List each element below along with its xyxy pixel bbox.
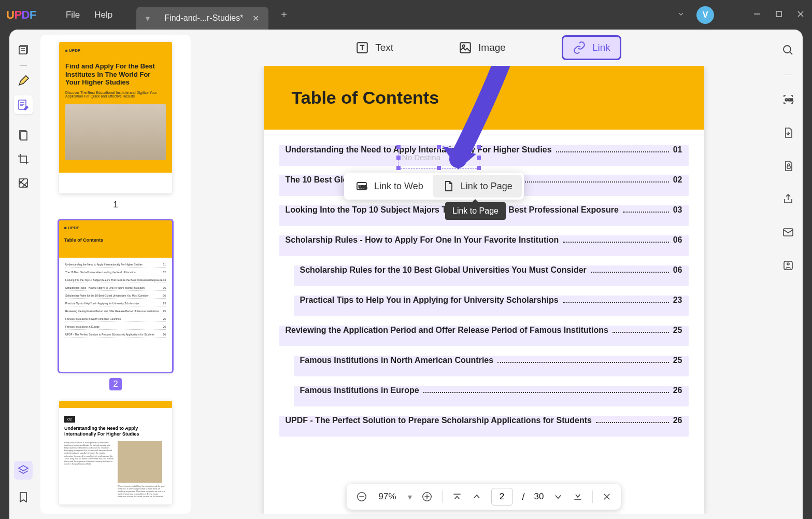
link-to-page-option[interactable]: Link to Page <box>433 175 522 198</box>
thumbnail-panel: ■ UPDF Find and Apply For the Best Insti… <box>40 35 191 514</box>
menu-file[interactable]: File <box>59 8 87 22</box>
document-viewport[interactable]: Table of Contents Understanding the Need… <box>194 66 774 514</box>
toc-item-page: 25 <box>673 356 682 365</box>
crop-tool-icon[interactable] <box>14 150 33 169</box>
toc-row[interactable]: UPDF - The Perfect Solution to Prepare S… <box>279 416 689 437</box>
toc-row[interactable]: Famous Institutions in North American Co… <box>294 356 689 376</box>
svg-rect-1 <box>776 11 781 17</box>
toc-item-page: 03 <box>673 205 682 215</box>
zoom-navigation-bar: 97% ▾ / 30 <box>347 484 621 510</box>
svg-marker-16 <box>19 466 28 471</box>
share-icon[interactable] <box>779 190 797 208</box>
search-icon[interactable] <box>779 41 797 60</box>
document-tab[interactable]: ▾ Find-and-...r-Studies* ✕ <box>136 7 268 30</box>
tab-close-icon[interactable]: ✕ <box>252 13 259 23</box>
first-page-button[interactable] <box>452 492 462 502</box>
toc-item-page: 25 <box>673 326 682 335</box>
convert-icon[interactable] <box>779 123 797 142</box>
email-icon[interactable] <box>779 223 797 242</box>
svg-rect-11 <box>21 132 27 140</box>
redact-tool-icon[interactable] <box>14 174 33 192</box>
minimize-button[interactable] <box>752 10 762 20</box>
zoom-out-button[interactable] <box>356 491 367 502</box>
thumbnail-image <box>118 441 162 483</box>
edit-image-button[interactable]: Image <box>449 37 515 59</box>
close-window-button[interactable] <box>795 10 806 20</box>
toc-item-title: Practical Tips to Help You in Applying f… <box>300 296 559 305</box>
page-number-input[interactable] <box>491 488 513 506</box>
divider <box>733 9 733 21</box>
link-to-web-option[interactable]: URL Link to Web <box>346 175 433 198</box>
link-type-popup: URL Link to Web Link to Page <box>344 173 524 200</box>
chevron-down-icon[interactable] <box>677 10 685 20</box>
svg-point-19 <box>463 45 465 47</box>
ocr-icon[interactable]: OCR <box>779 90 797 109</box>
prev-page-button[interactable] <box>472 492 482 502</box>
organize-tool-icon[interactable] <box>14 126 33 145</box>
toc-item-title: Scholarship Rules for the 10 Best Global… <box>300 265 587 275</box>
zoom-level: 97% <box>379 492 396 502</box>
thumbnail-page-2[interactable]: ■ UPDF Table of Contents Understanding t… <box>59 220 172 372</box>
thumbnail-number: 2 <box>109 378 122 390</box>
toc-row[interactable]: Scholarship Rules - How to Apply For One… <box>279 235 689 256</box>
export-icon[interactable] <box>779 256 797 275</box>
thumbnail-number: 1 <box>48 200 183 210</box>
svg-rect-35 <box>787 166 790 169</box>
reader-tool-icon[interactable] <box>14 41 33 60</box>
zoom-in-button[interactable] <box>421 491 433 502</box>
svg-rect-36 <box>783 229 793 236</box>
toc-item-title: Scholarship Rules - How to Apply For One… <box>286 235 559 245</box>
left-toolbar <box>9 30 37 519</box>
svg-text:OCR: OCR <box>785 98 793 102</box>
tooltip: Link to Page <box>445 202 506 220</box>
toc-item-page: 23 <box>673 296 682 305</box>
tab-dropdown-icon[interactable]: ▾ <box>146 13 150 23</box>
svg-point-32 <box>783 46 791 53</box>
app-logo: UPDF <box>6 8 36 22</box>
right-toolbar: OCR <box>774 30 803 519</box>
user-avatar[interactable]: V <box>696 6 714 24</box>
toc-row[interactable]: Practical Tips to Help You in Applying f… <box>294 296 689 316</box>
protect-icon[interactable] <box>779 157 797 175</box>
no-destination-label: No Destina <box>389 153 440 162</box>
last-page-button[interactable] <box>573 492 583 502</box>
svg-line-33 <box>790 52 792 54</box>
toc-item-page: 26 <box>673 386 682 395</box>
close-zoom-bar-button[interactable] <box>602 492 611 501</box>
page-title: Table of Contents <box>292 88 676 108</box>
bookmark-icon[interactable] <box>14 488 33 507</box>
zoom-dropdown-icon[interactable]: ▾ <box>408 492 412 502</box>
toc-item-title: Reviewing the Application Period and Off… <box>286 326 609 335</box>
svg-text:URL: URL <box>359 185 367 189</box>
thumbnail-image <box>65 104 166 160</box>
edit-tool-icon[interactable] <box>14 95 33 114</box>
toc-row[interactable]: Understanding the Need to Apply Internat… <box>279 145 689 166</box>
toc-row[interactable]: Scholarship Rules for the 10 Best Global… <box>294 265 689 286</box>
page-total: 30 <box>534 492 544 502</box>
toc-item-page: 01 <box>673 145 682 155</box>
edit-toolbar: Text Image Link <box>194 35 774 61</box>
next-page-button[interactable] <box>553 492 563 502</box>
toc-item-page: 06 <box>673 265 682 275</box>
toc-item-title: Famous Institutions in North American Co… <box>300 356 494 365</box>
edit-link-button[interactable]: Link <box>562 35 621 60</box>
toc-item-title: UPDF - The Perfect Solution to Prepare S… <box>286 416 592 425</box>
toc-item-page: 02 <box>673 175 682 185</box>
toc-row[interactable]: Reviewing the Application Period and Off… <box>279 326 689 346</box>
edit-text-button[interactable]: Text <box>346 37 403 59</box>
thumbnail-page-3[interactable]: 01 Understanding the Need to Apply Inter… <box>59 401 172 504</box>
toc-item-page: 26 <box>673 416 682 425</box>
add-tab-button[interactable]: + <box>281 9 287 21</box>
comment-tool-icon[interactable] <box>14 72 33 90</box>
tab-title: Find-and-...r-Studies* <box>164 13 243 23</box>
toc-item-page: 06 <box>673 235 682 245</box>
maximize-button[interactable] <box>774 10 784 20</box>
divider <box>51 9 51 21</box>
layers-icon[interactable] <box>14 461 33 480</box>
titlebar: UPDF File Help ▾ Find-and-...r-Studies* … <box>0 0 812 30</box>
svg-rect-18 <box>460 43 471 53</box>
menu-help[interactable]: Help <box>87 8 120 22</box>
toc-row[interactable]: Famous Institutions in Europe26 <box>294 386 689 406</box>
document-page: Table of Contents Understanding the Need… <box>264 66 704 514</box>
thumbnail-page-1[interactable]: ■ UPDF Find and Apply For the Best Insti… <box>59 42 172 193</box>
